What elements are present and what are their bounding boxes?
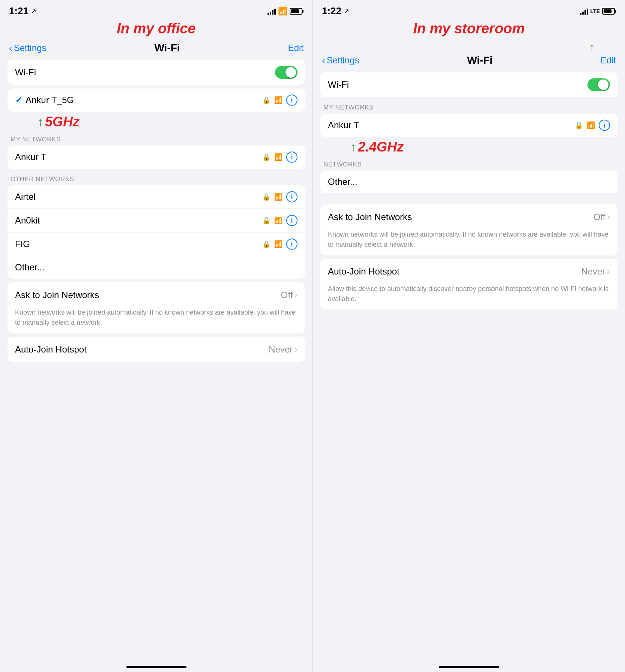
time-left: 1:21 bbox=[9, 5, 29, 17]
ask-to-join-row-right[interactable]: Ask to Join Networks Off › bbox=[320, 204, 617, 230]
auto-join-row-left[interactable]: Auto-Join Hotspot Never › bbox=[8, 337, 305, 362]
auto-join-row-right[interactable]: Auto-Join Hotspot Never › bbox=[320, 259, 617, 284]
info-button-ankurt-right[interactable]: i bbox=[599, 120, 610, 131]
battery-icon-left bbox=[290, 8, 303, 15]
my-network-row-ankurt-left[interactable]: Ankur T 🔒 📶 i bbox=[8, 146, 305, 169]
nav-bar-left: ‹ Settings Wi-Fi Edit bbox=[0, 40, 312, 60]
info-icon-an0kit-left: i bbox=[291, 217, 293, 225]
network-name-other-left: Other... bbox=[15, 262, 45, 273]
my-networks-card-left: Ankur T 🔒 📶 i bbox=[8, 146, 305, 169]
network-row-an0kit-left[interactable]: An0kit 🔒 📶 i bbox=[8, 208, 305, 232]
wifi-status-icon-left: 📶 bbox=[278, 7, 287, 16]
info-button-ankurt-left[interactable]: i bbox=[286, 152, 297, 163]
back-chevron-right: ‹ bbox=[322, 55, 325, 66]
network-row-airtel-left[interactable]: Airtel 🔒 📶 i bbox=[8, 185, 305, 208]
nav-title-left: Wi-Fi bbox=[154, 42, 180, 54]
banner-title-right: In my storeroom bbox=[313, 19, 625, 40]
left-panel: 1:21 ↗ 📶 In my office ‹ Settings Wi-Fi E… bbox=[0, 0, 312, 672]
ask-to-join-row-left[interactable]: Ask to Join Networks Off › bbox=[8, 282, 305, 308]
network-row-other-left[interactable]: Other... bbox=[8, 256, 305, 279]
wifi-toggle-switch-right[interactable] bbox=[587, 78, 610, 91]
ask-to-join-value-right: Off › bbox=[593, 211, 610, 223]
connected-network-name-wrapper: ✓ Ankur T_5G bbox=[15, 95, 74, 105]
signal-bars-right bbox=[580, 8, 588, 15]
content-left: Wi-Fi ✓ Ankur T_5G 🔒 📶 i bbox=[0, 60, 312, 660]
info-button-an0kit-left[interactable]: i bbox=[286, 215, 297, 226]
lock-icon-fig-left: 🔒 bbox=[262, 240, 270, 248]
wifi-icon-fig-left: 📶 bbox=[274, 240, 282, 248]
time-right: 1:22 bbox=[322, 5, 341, 17]
lte-arrow-right: ↑ bbox=[589, 40, 595, 54]
network-row-fig-left[interactable]: FIG 🔒 📶 i bbox=[8, 232, 305, 256]
connected-network-icons-left: 🔒 📶 i bbox=[262, 94, 297, 106]
toggle-knob-left bbox=[285, 67, 296, 78]
info-button-airtel-left[interactable]: i bbox=[286, 191, 297, 202]
toggle-knob-right bbox=[598, 80, 608, 90]
auto-join-card-left: Auto-Join Hotspot Never › bbox=[8, 337, 305, 362]
freq-label-left: 5GHz bbox=[45, 114, 80, 130]
ask-to-join-desc-left: Known networks will be joined automatica… bbox=[8, 308, 305, 333]
back-button-right[interactable]: ‹ Settings bbox=[322, 55, 359, 66]
ask-to-join-label-left: Ask to Join Networks bbox=[15, 290, 99, 300]
wifi-toggle-switch-left[interactable] bbox=[275, 66, 297, 79]
back-button-left[interactable]: ‹ Settings bbox=[9, 42, 46, 54]
info-button-connected-left[interactable]: i bbox=[286, 94, 297, 106]
info-icon-airtel-left: i bbox=[291, 193, 293, 201]
status-icons-right: LTE bbox=[580, 8, 616, 15]
status-icons-left: 📶 bbox=[267, 7, 303, 16]
back-chevron-left: ‹ bbox=[9, 42, 12, 54]
right-panel: 1:22 ↗ LTE In my storeroom ↑ ‹ Settings … bbox=[312, 0, 625, 672]
my-network-name-ankurt-right: Ankur T bbox=[328, 120, 359, 130]
wifi-toggle-row-left: Wi-Fi bbox=[8, 60, 305, 85]
location-arrow-left: ↗ bbox=[31, 7, 36, 15]
home-indicator-left bbox=[126, 666, 186, 668]
my-network-name-ankurt-left: Ankur T bbox=[15, 152, 47, 162]
lock-icon-airtel-left: 🔒 bbox=[262, 193, 270, 201]
auto-join-chevron-right: › bbox=[607, 266, 610, 277]
lock-icon-an0kit-left: 🔒 bbox=[262, 216, 270, 225]
lock-icon-ankurt-left: 🔒 bbox=[262, 153, 270, 161]
home-indicator-right bbox=[439, 666, 499, 668]
auto-join-value-left: Never › bbox=[269, 344, 297, 355]
auto-join-label-left: Auto-Join Hotspot bbox=[15, 344, 87, 355]
ask-to-join-card-left: Ask to Join Networks Off › Known network… bbox=[8, 282, 305, 333]
status-bar-left: 1:21 ↗ 📶 bbox=[0, 0, 312, 19]
freq-arrow-left: ↑ bbox=[38, 116, 44, 128]
nav-bar-right: ‹ Settings Wi-Fi Edit bbox=[313, 53, 625, 72]
info-button-fig-left[interactable]: i bbox=[286, 238, 297, 250]
wifi-icon-connected-left: 📶 bbox=[274, 96, 282, 104]
ask-to-join-value-left: Off › bbox=[281, 289, 297, 301]
connected-network-row-left[interactable]: ✓ Ankur T_5G 🔒 📶 i bbox=[8, 88, 305, 112]
edit-button-left[interactable]: Edit bbox=[288, 43, 303, 53]
freq-label-right: 2.4GHz bbox=[358, 139, 404, 155]
location-arrow-right: ↗ bbox=[344, 7, 349, 15]
info-icon-ankurt-left: i bbox=[291, 153, 293, 161]
auto-join-card-right: Auto-Join Hotspot Never › Allow this dev… bbox=[320, 259, 617, 309]
info-icon-fig-left: i bbox=[291, 240, 293, 248]
freq-annotation-right: ↑ 2.4GHz bbox=[320, 139, 617, 155]
lock-icon-connected-left: 🔒 bbox=[262, 96, 270, 104]
wifi-toggle-row-right: Wi-Fi bbox=[320, 72, 617, 97]
network-name-fig-left: FIG bbox=[15, 239, 30, 249]
network-row-other-right[interactable]: Other... bbox=[320, 171, 617, 193]
my-network-row-ankurt-right[interactable]: Ankur T 🔒 📶 i bbox=[320, 114, 617, 137]
wifi-icon-an0kit-left: 📶 bbox=[274, 216, 282, 225]
auto-join-chevron-left: › bbox=[294, 344, 297, 355]
ask-to-join-chevron-left: › bbox=[294, 289, 297, 301]
freq-arrow-right: ↑ bbox=[350, 141, 356, 153]
signal-bars-left bbox=[267, 8, 276, 15]
networks-card-right: Other... bbox=[320, 171, 617, 193]
network-icons-fig-left: 🔒 📶 i bbox=[262, 238, 297, 250]
freq-annotation-left: ↑ 5GHz bbox=[8, 114, 305, 130]
back-label-left: Settings bbox=[14, 43, 47, 53]
spacer-right bbox=[320, 197, 617, 204]
back-label-right: Settings bbox=[327, 55, 359, 66]
nav-title-right: Wi-Fi bbox=[467, 54, 493, 66]
networks-label-right: NETWORKS bbox=[320, 158, 617, 171]
edit-button-right[interactable]: Edit bbox=[601, 55, 616, 66]
network-icons-airtel-left: 🔒 📶 i bbox=[262, 191, 297, 202]
auto-join-desc-right: Allow this device to automatically disco… bbox=[320, 284, 617, 309]
lock-icon-ankurt-right: 🔒 bbox=[575, 121, 583, 129]
info-icon-connected-left: i bbox=[291, 96, 293, 104]
wifi-toggle-card-right: Wi-Fi bbox=[320, 72, 617, 97]
